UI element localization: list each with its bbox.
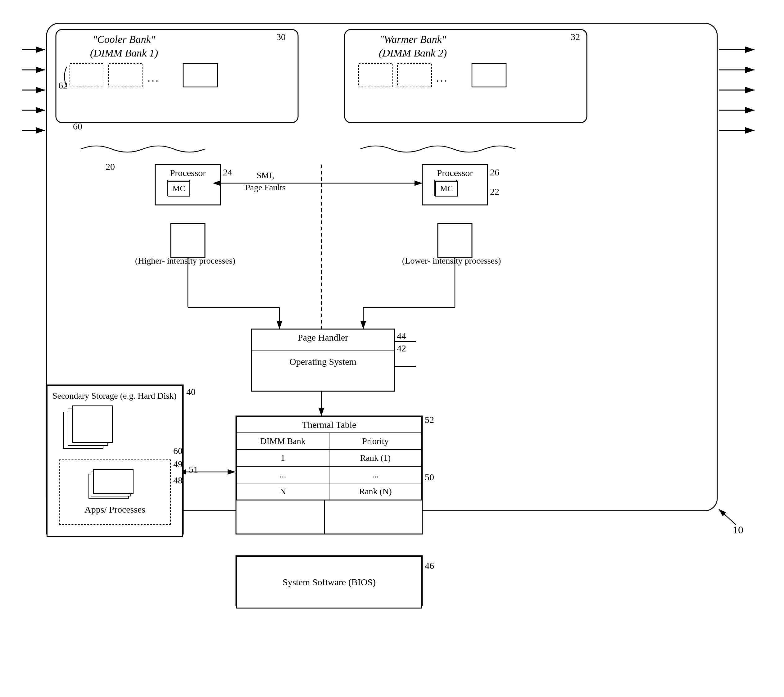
system-software-box: System Software (BIOS) bbox=[236, 556, 422, 608]
secondary-storage-label: Secondary Storage (e.g. Hard Disk) bbox=[48, 386, 182, 405]
bank2-ref: 32 bbox=[571, 32, 580, 42]
svg-rect-27 bbox=[438, 224, 472, 258]
thermal-row2-col1: ... bbox=[237, 466, 329, 483]
processor1-label: Processor bbox=[157, 168, 219, 178]
apps-ref48: 48 bbox=[173, 475, 183, 486]
proc2-ref: 26 bbox=[490, 167, 499, 178]
svg-rect-17 bbox=[109, 64, 143, 87]
thermal-table-col2-header: Priority bbox=[329, 433, 421, 449]
ref-62: 62 bbox=[58, 80, 68, 91]
operating-system-label: Operating System bbox=[252, 356, 394, 367]
processor1-mc: MC bbox=[168, 181, 190, 196]
system-software-label: System Software (BIOS) bbox=[283, 576, 376, 589]
bank2-label: "Warmer Bank" (DIMM Bank 2) bbox=[379, 33, 447, 60]
bank2-dots: ... bbox=[436, 71, 448, 84]
thermal-rowN-col1: N bbox=[237, 483, 329, 499]
thermal-row1-col2: Rank (1) bbox=[329, 450, 421, 466]
main-ref-10: 10 bbox=[733, 524, 743, 536]
thermal-table-title: Thermal Table bbox=[237, 417, 421, 433]
bank1-label: "Cooler Bank" (DIMM Bank 1) bbox=[90, 33, 158, 60]
ref-44: 44 bbox=[397, 331, 406, 341]
apps-processes-box: Apps/ Processes bbox=[59, 460, 171, 525]
svg-rect-18 bbox=[183, 64, 217, 87]
processor2-label: Processor bbox=[424, 168, 486, 178]
thermal-table-ref50: 50 bbox=[425, 472, 434, 483]
thermal-table-ref52: 52 bbox=[425, 414, 434, 425]
ref-60-bracket: 60 bbox=[73, 121, 82, 132]
thermal-rowN-col2: Rank (N) bbox=[329, 483, 421, 499]
svg-line-54 bbox=[719, 509, 736, 525]
ref-20: 20 bbox=[105, 161, 115, 172]
svg-rect-21 bbox=[472, 64, 506, 87]
diagram-container: "Cooler Bank" (DIMM Bank 1) 30 "Warmer B… bbox=[19, 12, 758, 689]
apps-processes-label: Apps/ Processes bbox=[84, 503, 145, 516]
higher-intensity-label: (Higher- intensity processes) bbox=[135, 255, 236, 267]
thermal-table-col1-header: DIMM Bank bbox=[237, 433, 329, 449]
svg-rect-20 bbox=[397, 64, 432, 87]
system-software-ref: 46 bbox=[425, 560, 434, 571]
smi-label: SMI, Page Faults bbox=[245, 169, 286, 193]
thermal-row2-col2: ... bbox=[329, 466, 421, 483]
ref-42: 42 bbox=[397, 343, 406, 354]
bank1-dots: ... bbox=[148, 71, 160, 84]
svg-rect-26 bbox=[171, 224, 205, 258]
page-handler-title: Page Handler bbox=[252, 332, 394, 343]
secondary-storage-ref: 40 bbox=[186, 387, 196, 397]
ref-22: 22 bbox=[490, 186, 499, 197]
bank1-ref: 30 bbox=[276, 32, 286, 42]
thermal-row1-col1: 1 bbox=[237, 450, 329, 466]
proc1-ref: 24 bbox=[223, 167, 232, 178]
svg-rect-19 bbox=[359, 64, 393, 87]
lower-intensity-label: (Lower- intensity processes) bbox=[402, 255, 501, 267]
ref-60-bottom: 60 bbox=[173, 445, 183, 456]
thermal-table-container: Thermal Table DIMM Bank Priority 1 Rank … bbox=[236, 416, 422, 501]
svg-rect-16 bbox=[70, 64, 104, 87]
processor2-mc: MC bbox=[435, 181, 458, 196]
apps-ref49: 49 bbox=[173, 459, 183, 470]
ref-51: 51 bbox=[189, 464, 198, 475]
